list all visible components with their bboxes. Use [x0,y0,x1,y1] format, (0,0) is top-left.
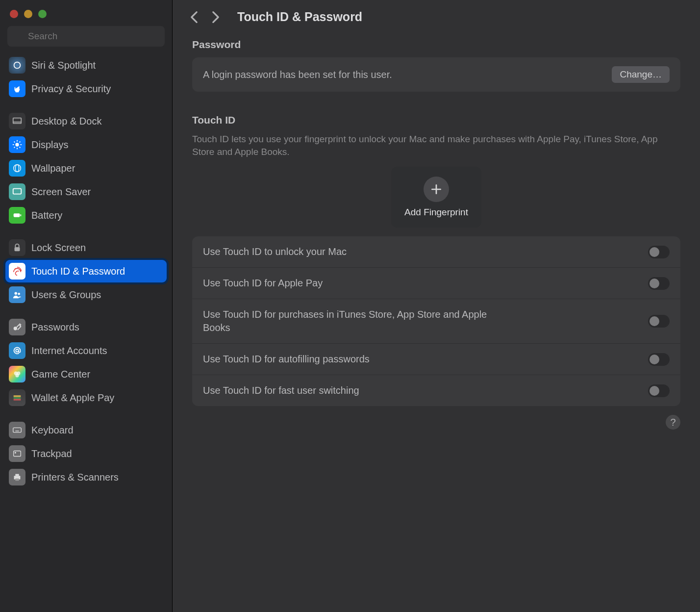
svg-point-3 [15,143,19,146]
sidebar-item-screen-saver[interactable]: Screen Saver [5,180,167,204]
password-section-label: Password [192,39,680,51]
sidebar-item-label: Internet Accounts [31,345,107,357]
header: Touch ID & Password [173,0,700,24]
svg-rect-1 [13,118,22,124]
sidebar-item-lock-screen[interactable]: Lock Screen [5,236,167,259]
svg-point-0 [14,62,21,69]
printer-icon [9,469,25,485]
battery-icon [9,207,25,224]
sidebar-item-label: Touch ID & Password [31,266,125,277]
svg-line-11 [20,142,21,143]
svg-line-8 [14,142,15,143]
trackpad-icon [9,445,25,462]
sidebar-item-game-center[interactable]: Game Center [5,362,167,386]
svg-rect-28 [13,428,22,432]
main-content: Touch ID & Password Password A login pas… [173,0,700,612]
password-card: A login password has been set for this u… [192,57,680,92]
svg-rect-37 [15,479,19,481]
sidebar-item-battery[interactable]: Battery [5,204,167,227]
sidebar-item-keyboard[interactable]: Keyboard [5,418,167,442]
toggle-row-fast-user-switching: Use Touch ID for fast user switching [192,375,680,406]
back-button[interactable] [188,11,200,23]
desktop-icon [9,113,25,129]
brightness-icon [9,136,25,153]
sidebar-item-siri-spotlight[interactable]: Siri & Spotlight [5,53,167,77]
sidebar-item-label: Trackpad [31,448,72,459]
sidebar-item-label: Game Center [31,369,90,380]
toggle-label: Use Touch ID for fast user switching [203,384,359,397]
password-status-text: A login password has been set for this u… [203,69,392,80]
sidebar-item-displays[interactable]: Displays [5,133,167,156]
hand-icon [9,80,25,97]
sidebar-item-label: Keyboard [31,425,74,436]
sidebar-item-label: Passwords [31,322,79,333]
fingerprint-icon [9,263,25,280]
add-fingerprint-label: Add Fingerprint [404,207,468,218]
svg-rect-17 [15,247,20,251]
svg-line-9 [20,147,21,148]
svg-point-18 [15,292,18,295]
toggle-unlock-mac[interactable] [648,246,670,258]
svg-point-24 [15,374,19,377]
sidebar-item-label: Users & Groups [31,289,101,301]
minimize-window-button[interactable] [24,10,32,18]
sidebar-item-label: Wallpaper [31,163,75,174]
game-center-icon [9,366,25,382]
sidebar-item-printers-scanners[interactable]: Printers & Scanners [5,465,167,489]
touchid-section-desc: Touch ID lets you use your fingerprint t… [192,133,680,158]
sidebar-item-label: Battery [31,210,62,221]
touchid-toggle-list: Use Touch ID to unlock your Mac Use Touc… [192,236,680,406]
sidebar-item-label: Screen Saver [31,186,91,198]
sidebar-item-label: Siri & Spotlight [31,60,96,71]
key-icon [9,319,25,335]
fullscreen-window-button[interactable] [38,10,47,18]
sidebar-item-label: Desktop & Dock [31,116,101,127]
sidebar-item-label: Privacy & Security [31,83,111,95]
svg-rect-26 [14,397,21,399]
svg-rect-27 [14,399,21,401]
svg-point-20 [14,327,17,330]
svg-rect-16 [20,214,21,216]
toggle-label: Use Touch ID for autofilling passwords [203,353,370,366]
touchid-section-label: Touch ID [192,114,680,126]
sidebar-item-passwords[interactable]: Passwords [5,315,167,339]
sidebar-item-privacy-security[interactable]: Privacy & Security [5,77,167,101]
sidebar-item-touch-id-password[interactable]: Touch ID & Password [5,259,167,283]
toggle-purchases[interactable] [648,315,670,328]
svg-line-10 [14,147,15,148]
sidebar-item-desktop-dock[interactable]: Desktop & Dock [5,109,167,133]
sidebar-item-users-groups[interactable]: Users & Groups [5,283,167,306]
wallet-icon [9,389,25,406]
toggle-autofill[interactable] [648,353,670,366]
close-window-button[interactable] [10,10,18,18]
sidebar-item-wallpaper[interactable]: Wallpaper [5,156,167,180]
toggle-label: Use Touch ID to unlock your Mac [203,245,347,258]
at-icon [9,342,25,359]
toggle-label: Use Touch ID for purchases in iTunes Sto… [203,308,487,334]
svg-rect-33 [14,451,21,457]
toggle-label: Use Touch ID for Apple Pay [203,277,323,290]
sidebar: Siri & Spotlight Privacy & Security Desk… [0,0,173,612]
search-input[interactable] [7,26,165,47]
sidebar-item-internet-accounts[interactable]: Internet Accounts [5,339,167,362]
page-title: Touch ID & Password [237,10,362,24]
svg-point-19 [18,293,20,295]
sidebar-item-label: Lock Screen [31,242,86,254]
forward-button [210,11,222,23]
change-password-button[interactable]: Change… [612,66,670,83]
toggle-row-purchases: Use Touch ID for purchases in iTunes Sto… [192,299,680,344]
add-fingerprint-button[interactable]: Add Fingerprint [391,167,481,228]
toggle-apple-pay[interactable] [648,277,670,290]
svg-point-13 [15,165,19,172]
help-button[interactable]: ? [666,415,680,430]
sidebar-item-label: Printers & Scanners [31,472,119,483]
svg-point-34 [15,452,16,453]
svg-rect-15 [14,213,20,217]
wallpaper-icon [9,160,25,177]
sidebar-item-trackpad[interactable]: Trackpad [5,442,167,465]
sidebar-item-wallet-apple-pay[interactable]: Wallet & Apple Pay [5,386,167,409]
keyboard-icon [9,422,25,438]
lock-icon [9,239,25,256]
toggle-row-apple-pay: Use Touch ID for Apple Pay [192,268,680,299]
toggle-fast-user-switching[interactable] [648,384,670,397]
